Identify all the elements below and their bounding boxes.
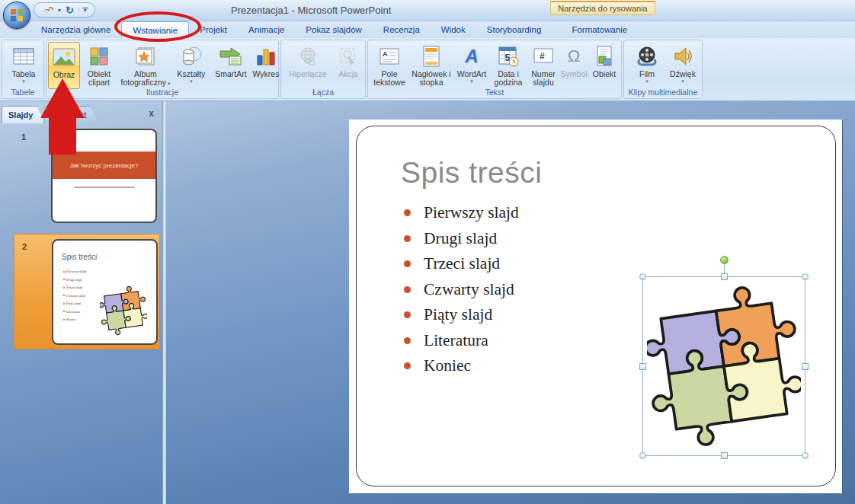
symbol-button: Ω Symbol <box>560 42 588 89</box>
bullet-dot-icon <box>404 311 411 318</box>
dropdown-arrow-icon: ▾ <box>681 79 684 84</box>
thumb-bullet: Koniec <box>63 316 86 324</box>
selection-handle-e[interactable] <box>802 363 809 370</box>
ribbon-group-tekst: A Pole tekstowe Nagłówek i stopka A Word… <box>367 40 622 99</box>
smartart-icon <box>219 44 243 69</box>
group-label-klipy: Klipy multimedialne <box>624 88 702 97</box>
tab-formatowanie[interactable]: Formatowanie <box>561 21 638 38</box>
bullet-dot-icon <box>404 209 411 216</box>
chart-icon <box>255 44 277 69</box>
wordart-button[interactable]: A WordArt ▾ <box>455 42 488 89</box>
shapes-icon <box>180 44 203 69</box>
bullet-item: Pierwszy slajd <box>404 200 519 226</box>
slide-1-number: 1 <box>21 132 26 142</box>
ribbon: Tabela ▾ Tabele Obraz Obiekt clipart <box>0 38 855 101</box>
thumb-bullet: Trzeci slajd <box>63 284 86 292</box>
bullet-item: Czwarty slajd <box>404 277 519 303</box>
pane-divider[interactable] <box>162 101 166 504</box>
image-selection-box[interactable] <box>642 276 805 456</box>
ribbon-group-klipy: Film ▾ Dźwięk ▾ Klipy multimedialne <box>623 40 703 99</box>
bullet-dot-icon <box>404 260 411 267</box>
clipart-icon <box>89 44 109 69</box>
slide-editor-canvas[interactable]: Spis treści Pierwszy slajd Drugi slajd T… <box>349 120 842 493</box>
selection-handle-ne[interactable] <box>802 273 809 280</box>
undo-dropdown-icon[interactable]: ▾ <box>58 7 61 14</box>
date-time-icon: 5 <box>498 44 519 69</box>
slide-2-thumb-puzzle-image <box>100 285 147 337</box>
slide-2-thumbnail[interactable]: Spis treści Pierwszy slajd Drugi slajd T… <box>52 239 158 345</box>
sound-button[interactable]: Dźwięk ▾ <box>665 42 700 89</box>
office-button[interactable] <box>3 2 30 29</box>
selection-handle-n[interactable] <box>721 273 728 280</box>
movie-button[interactable]: Film ▾ <box>630 42 664 89</box>
tab-storyboarding[interactable]: Storyboarding <box>476 21 552 38</box>
picture-icon <box>53 45 75 69</box>
wordart-icon: A <box>465 44 478 69</box>
slide-2-thumb-title: Spis treści <box>62 253 97 261</box>
bullet-dot-icon <box>404 235 411 242</box>
dropdown-arrow-icon: ▾ <box>645 79 648 84</box>
tab-recenzja[interactable]: Recenzja <box>373 21 431 38</box>
hyperlink-icon <box>297 44 319 69</box>
svg-text:A: A <box>383 50 388 58</box>
sound-icon <box>672 44 693 69</box>
contextual-tab-group-header: Narzędzia do rysowania <box>550 1 655 15</box>
shapes-button[interactable]: Kształty ▾ <box>173 42 210 89</box>
bullet-dot-icon <box>404 337 411 344</box>
tab-narzedzia-glowne[interactable]: Narzędzia główne <box>30 21 121 38</box>
tab-widok[interactable]: Widok <box>431 21 476 38</box>
puzzle-image[interactable] <box>647 282 801 451</box>
svg-text:#: # <box>540 51 545 62</box>
bullet-item: Koniec <box>404 353 519 379</box>
tab-pokaz-slajdow[interactable]: Pokaz slajdów <box>295 21 373 38</box>
slide-1-subtitle-smudge <box>74 187 135 188</box>
tab-animacje[interactable]: Animacje <box>238 21 295 38</box>
bullet-item: Piąty slajd <box>404 302 519 328</box>
customize-qat-bar-icon <box>82 8 88 9</box>
date-time-button[interactable]: 5 Data i godzina <box>490 42 527 89</box>
chart-button[interactable]: Wykres <box>252 42 280 89</box>
customize-qat-button[interactable]: ▾ <box>78 8 88 12</box>
photo-album-button[interactable]: Album fotograficzny ▾ <box>118 42 173 89</box>
annotation-arrow <box>37 75 90 158</box>
selection-handle-se[interactable] <box>802 452 809 459</box>
header-footer-button[interactable]: Nagłówek i stopka <box>409 42 453 89</box>
symbol-icon: Ω <box>568 44 580 69</box>
textbox-icon: A <box>379 44 400 69</box>
object-icon <box>595 44 613 69</box>
textbox-button[interactable]: A Pole tekstowe <box>371 42 408 89</box>
header-footer-icon <box>422 44 440 69</box>
selection-handle-sw[interactable] <box>639 452 646 459</box>
quick-access-toolbar: ↶ ▾ ↻ ▾ <box>34 2 95 18</box>
slide-bullet-list[interactable]: Pierwszy slajd Drugi slajd Trzeci slajd … <box>404 200 519 379</box>
selection-handle-s[interactable] <box>721 452 728 459</box>
office-logo-icon <box>11 9 23 21</box>
table-button[interactable]: Tabela ▾ <box>7 42 40 89</box>
dropdown-arrow-icon: ▾ <box>22 79 25 84</box>
bullet-dot-icon <box>404 286 411 293</box>
rotation-handle[interactable] <box>720 256 729 264</box>
object-button[interactable]: Obiekt <box>589 42 620 89</box>
thumb-bullet: Pierwszy slajd <box>63 268 86 276</box>
slide-1-title: Jak tworzyć prezentacje? <box>70 162 139 169</box>
slide-number-button[interactable]: # Numer slajdu <box>528 42 559 89</box>
movie-icon <box>636 44 658 69</box>
powerpoint-window: Prezentacja1 - Microsoft PowerPoint Narz… <box>0 0 855 504</box>
thumb-bullet: Czwarty slajd <box>63 292 86 301</box>
table-icon <box>12 44 35 69</box>
group-label-tekst: Tekst <box>368 88 621 97</box>
smartart-button[interactable]: SmartArt <box>210 42 252 89</box>
thumb-bullet: Literatura <box>63 308 86 317</box>
selection-handle-nw[interactable] <box>639 273 646 280</box>
slide-title-text[interactable]: Spis treści <box>401 156 542 190</box>
slide-number-icon: # <box>533 44 554 69</box>
bullet-item: Drugi slajd <box>404 226 519 252</box>
bullet-item: Literatura <box>404 328 519 354</box>
bullet-item: Trzeci slajd <box>404 251 519 277</box>
pane-close-icon[interactable]: x <box>149 106 160 123</box>
thumb-bullet: Drugi slajd <box>63 276 86 285</box>
ribbon-group-lacza: Hiperłącze Akcja Łącza <box>280 40 366 99</box>
redo-button[interactable]: ↻ <box>66 5 74 15</box>
selection-handle-w[interactable] <box>639 363 646 370</box>
thumb-bullet: Piąty slajd <box>63 300 86 308</box>
